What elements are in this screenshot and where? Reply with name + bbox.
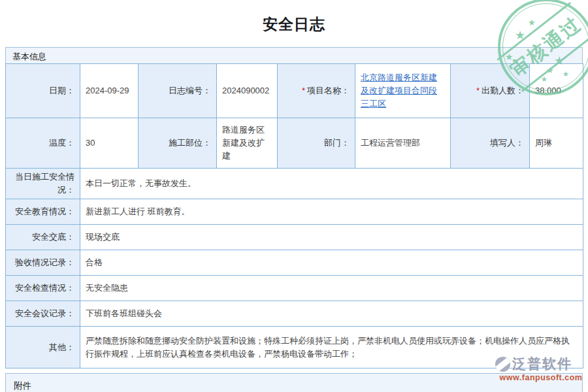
- log-number-label: 日志编号：: [139, 64, 217, 118]
- attendance-label: *出勤人数：: [451, 64, 530, 118]
- table-row: 当日施工安全情况： 本日一切正常，无事故发生。: [6, 169, 583, 199]
- project-name-label: *项目名称：: [278, 64, 355, 118]
- construction-part-label: 施工部位：: [139, 118, 217, 169]
- vendor-watermark: 泛普软件 www.fanpusoft.com: [495, 355, 587, 382]
- safety-meeting-label: 安全会议记录：: [6, 301, 80, 327]
- project-name-value: 北京路道服务区新建及改扩建项目合同段三工区: [355, 64, 451, 118]
- table-row: 安全交底： 现场交底: [6, 225, 583, 250]
- temperature-value: 30: [80, 118, 139, 169]
- safety-log-form-table: 日期： 2024-09-29 日志编号： 2024090002 *项目名称： 北…: [5, 63, 583, 368]
- main-content: 基本信息 日期： 2024-09-29 日志编号： 2024090002 *项目…: [5, 47, 583, 392]
- daily-safety-label: 当日施工安全情况：: [6, 169, 80, 199]
- page-title: 安全日志: [0, 14, 588, 35]
- acceptance-record-label: 验收情况记录：: [6, 250, 80, 276]
- temperature-label: 温度：: [6, 118, 80, 169]
- safety-briefing-label: 安全交底：: [6, 225, 80, 250]
- construction-part-value: 路道服务区新建及改扩建: [217, 118, 278, 169]
- date-label: 日期：: [6, 64, 80, 118]
- vendor-brand-name: 泛普软件: [512, 355, 572, 373]
- safety-education-label: 安全教育情况：: [6, 199, 80, 225]
- attendance-value: 38.000: [530, 64, 583, 118]
- daily-safety-value: 本日一切正常，无事故发生。: [80, 169, 583, 199]
- safety-education-value: 新进新工人进行 班前教育。: [80, 199, 583, 225]
- required-asterisk: *: [302, 86, 305, 95]
- table-row: 安全检查情况： 无安全隐患: [6, 276, 583, 301]
- vendor-url: www.fanpusoft.com: [495, 373, 587, 382]
- basic-info-section-header: 基本信息: [5, 47, 583, 63]
- vendor-logo-row: 泛普软件: [495, 355, 587, 373]
- table-row: 温度： 30 施工部位： 路道服务区新建及改扩建 部门： 工程运营管理部 填写人…: [6, 118, 583, 169]
- filled-by-label: 填写人：: [451, 118, 530, 169]
- safety-meeting-value: 下班前各班组碰头会: [80, 301, 583, 327]
- other-label: 其他：: [6, 327, 80, 368]
- table-row: 安全教育情况： 新进新工人进行 班前教育。: [6, 199, 583, 225]
- department-label: 部门：: [278, 118, 355, 169]
- filled-by-value: 周琳: [530, 118, 583, 169]
- safety-inspection-label: 安全检查情况：: [6, 276, 80, 301]
- log-number-value: 2024090002: [217, 64, 278, 118]
- acceptance-record-value: 合格: [80, 250, 583, 276]
- project-link[interactable]: 北京路道服务区新建及改扩建项目合同段三工区: [361, 73, 437, 108]
- safety-briefing-value: 现场交底: [80, 225, 583, 250]
- department-value: 工程运营管理部: [355, 118, 451, 169]
- table-row: 验收情况记录： 合格: [6, 250, 583, 276]
- date-value: 2024-09-29: [80, 64, 139, 118]
- fanpu-logo-icon: [495, 357, 510, 372]
- table-row: 日期： 2024-09-29 日志编号： 2024090002 *项目名称： 北…: [6, 64, 583, 118]
- required-asterisk: *: [476, 86, 480, 95]
- safety-inspection-value: 无安全隐患: [80, 276, 583, 301]
- table-row: 安全会议记录： 下班前各班组碰头会: [6, 301, 583, 327]
